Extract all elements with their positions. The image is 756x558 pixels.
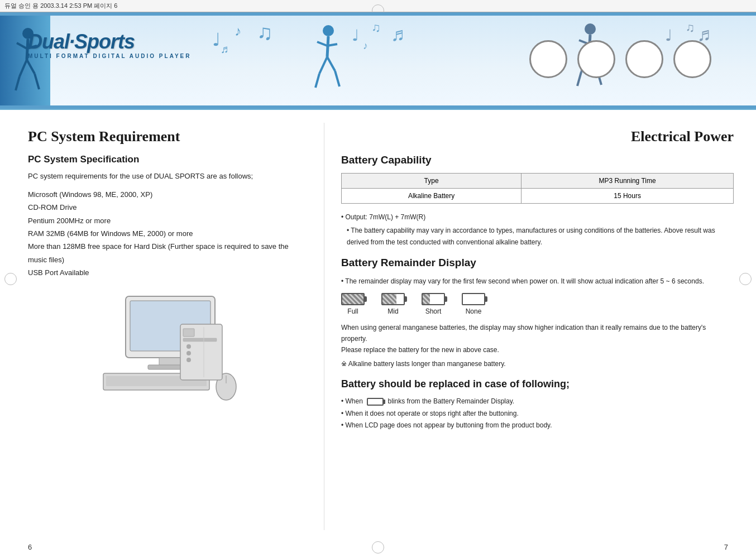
replace-bullet-3: • When LCD page does not appear by butto… [341, 420, 734, 432]
battery-icon-full [341, 293, 365, 305]
svg-line-12 [319, 57, 327, 74]
svg-line-10 [317, 42, 327, 46]
svg-line-5 [27, 60, 35, 74]
replace-bullet-1: • When • When blinks from the Battery Re… [341, 396, 734, 408]
music-note-7: ♪ [363, 40, 368, 52]
right-column: Electrical Power Battery Capability Type… [324, 117, 756, 536]
music-note-4: ♬ [221, 43, 229, 56]
battery-remainder-title: Battery Remainder Display [341, 257, 734, 269]
music-note-2: ♪ [235, 23, 241, 39]
inline-battery-icon [367, 398, 384, 406]
battery-note-2: • The battery capability may vary in acc… [341, 225, 734, 248]
spec-line-4: More than 128MB free space for Hard Disk… [28, 240, 302, 266]
svg-line-7 [35, 74, 39, 89]
banner-circle-2 [577, 40, 615, 78]
header-text: 듀얼 승인 용 2003.3.14 2:53 PM 페이지 6 [4, 2, 117, 10]
table-row: Alkaline Battery 15 Hours [342, 189, 734, 204]
runner-left [11, 23, 42, 98]
runner-center [313, 21, 343, 95]
spec-line-3: RAM 32MB (64MB for Windows ME, 2000) or … [28, 227, 302, 240]
svg-point-36 [186, 358, 191, 362]
battery-indicator-full: Full [341, 293, 365, 315]
battery-capability-title: Battery Capability [341, 154, 734, 166]
banner: Dual·Sports MULTI FORMAT DIGITAL AUDIO P… [0, 12, 756, 110]
left-column: PC System Requirement PC System Specific… [0, 117, 324, 536]
battery-detail: When using general manganese batteries, … [341, 322, 734, 356]
table-cell-type: Alkaline Battery [342, 189, 521, 204]
left-sub-title: PC System Specification [28, 154, 302, 165]
svg-point-35 [186, 351, 191, 355]
battery-note-1: • Output: 7mW(L) + 7mW(R) [341, 211, 734, 223]
battery-icon-short [422, 293, 445, 305]
banner-circles [529, 40, 711, 78]
logo-title: Dual·Sports [28, 32, 192, 52]
battery-label-full: Full [347, 307, 358, 315]
battery-indicators: Full Mid Short [341, 293, 734, 315]
svg-line-2 [17, 43, 27, 49]
battery-label-short: Short [425, 307, 442, 315]
svg-point-0 [22, 28, 34, 39]
table-header-type: Type [342, 174, 521, 189]
svg-point-16 [585, 23, 596, 35]
spec-list: Microsoft (Windows 98, ME, 2000, XP) CD-… [28, 188, 302, 280]
music-note-5: ♩ [352, 26, 359, 45]
battery-table: Type MP3 Running Time Alkaline Battery 1… [341, 173, 734, 204]
left-main-title: PC System Requirement [28, 128, 302, 145]
banner-stripe-bottom [0, 105, 756, 109]
battery-indicator-none: None [462, 293, 485, 315]
logo-area: Dual·Sports MULTI FORMAT DIGITAL AUDIO P… [28, 32, 192, 59]
battery-indicator-mid: Mid [381, 293, 405, 315]
battery-indicator-short: Short [422, 293, 445, 315]
music-note-1: ♩ [212, 29, 221, 50]
registration-mark-bottom [372, 541, 384, 554]
battery-label-none: None [466, 307, 482, 315]
svg-point-8 [323, 25, 334, 36]
banner-stripe-top [0, 12, 756, 16]
battery-icon-none [462, 293, 485, 305]
page-number-right: 7 [724, 543, 728, 551]
svg-rect-33 [183, 329, 194, 336]
registration-mark-left [4, 273, 17, 285]
battery-label-mid: Mid [387, 307, 398, 315]
banner-circle-3 [625, 40, 663, 78]
registration-mark-right [739, 273, 752, 285]
svg-rect-37 [183, 338, 217, 341]
replace-bullet-2: • When it does not operate or stops righ… [341, 408, 734, 420]
battery-remainder-note: • The remainder display may vary for the… [341, 276, 734, 287]
svg-line-15 [335, 71, 339, 86]
main-content: PC System Requirement PC System Specific… [0, 117, 756, 536]
svg-line-13 [327, 57, 335, 71]
battery-replace-section: Battery should be replaced in case of fo… [341, 378, 734, 432]
page-number-left: 6 [28, 543, 32, 551]
svg-line-4 [20, 60, 27, 76]
spec-line-2: Pentium 200MHz or more [28, 214, 302, 227]
battery-icon-mid [381, 293, 405, 305]
computer-illustration [92, 291, 237, 413]
right-main-title: Electrical Power [341, 128, 734, 145]
svg-line-6 [16, 76, 20, 90]
spec-line-1: CD-ROM Drive [28, 201, 302, 214]
banner-circle-1 [529, 40, 567, 78]
music-note-8: ♬ [391, 23, 405, 45]
music-note-10: ♫ [686, 21, 695, 35]
table-cell-hours: 15 Hours [521, 189, 734, 204]
table-header-runtime: MP3 Running Time [521, 174, 734, 189]
battery-remainder-section: Battery Remainder Display • The remainde… [341, 257, 734, 369]
logo-subtitle: MULTI FORMAT DIGITAL AUDIO PLAYER [28, 53, 192, 59]
banner-circle-4 [673, 40, 711, 78]
svg-line-14 [315, 74, 319, 88]
battery-capability-section: Battery Capability Type MP3 Running Time… [341, 154, 734, 248]
battery-note2: ※ Alkaline battery lasts longer than man… [341, 358, 734, 369]
battery-replace-title: Battery should be replaced in case of fo… [341, 378, 734, 390]
svg-point-34 [186, 344, 191, 349]
spec-intro: PC system requirements for the use of DU… [28, 171, 302, 182]
spec-line-5: USB Port Available [28, 266, 302, 279]
music-note-3: ♫ [257, 21, 273, 45]
spec-line-0: Microsoft (Windows 98, ME, 2000, XP) [28, 188, 302, 201]
music-note-6: ♫ [371, 21, 381, 35]
